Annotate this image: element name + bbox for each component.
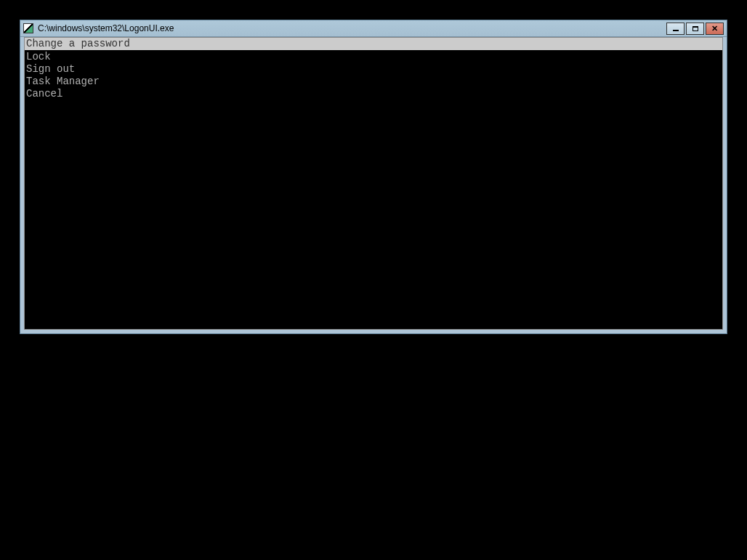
menu-item-lock[interactable]: Lock [26,51,721,63]
app-icon [23,23,33,33]
menu-item-selected[interactable]: Change a password [24,37,723,50]
minimize-button[interactable] [666,23,685,35]
close-button[interactable]: ✕ [706,23,724,35]
window-title: C:\windows\system32\LogonUI.exe [38,23,666,33]
maximize-icon [693,26,698,31]
console-body[interactable]: Lock Sign out Task Manager Cancel [24,50,723,330]
menu-item-signout[interactable]: Sign out [26,63,721,76]
titlebar[interactable]: C:\windows\system32\LogonUI.exe ✕ [20,20,727,37]
content-area: Change a password Lock Sign out Task Man… [24,37,723,330]
close-icon: ✕ [711,25,718,33]
minimize-icon [673,30,679,31]
maximize-button[interactable] [686,23,704,35]
titlebar-buttons: ✕ [666,23,724,35]
console-window: C:\windows\system32\LogonUI.exe ✕ Change… [20,20,727,334]
menu-item-cancel[interactable]: Cancel [26,88,721,100]
menu-item-task-manager[interactable]: Task Manager [26,76,721,88]
